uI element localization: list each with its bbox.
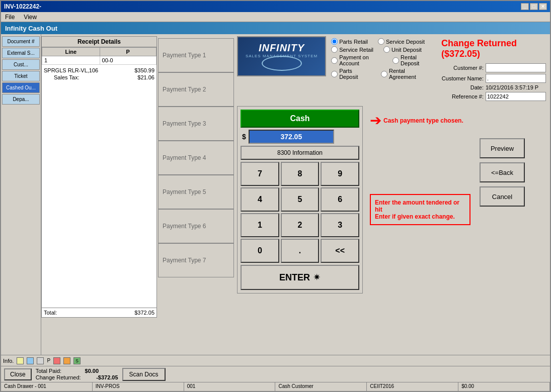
preview-button[interactable]: Preview [480,138,525,158]
radio-service-retail[interactable]: Service Retail [331,46,373,53]
logo-inner: INFINITY SALES MANAGEMENT SYSTEM [246,42,318,71]
radio-row-2: Service Retail Unit Deposit [331,46,431,53]
amount-input[interactable] [249,130,334,144]
num-backspace-btn[interactable]: << [321,239,359,263]
payment-type-1-btn[interactable]: Payment Type 1 [158,38,234,72]
cash-button[interactable]: Cash [241,110,359,128]
color-yellow [17,357,24,364]
num-dot-btn[interactable]: . [281,239,320,263]
total-paid-row: Total Paid: $0.00 [36,368,118,374]
radio-row-1: Parts Retail Service Deposit [331,38,431,45]
customer-number-input[interactable] [486,63,546,72]
enter-annotation-box: Enter the amount tendered or hit Enter i… [370,194,470,225]
num-5-btn[interactable]: 5 [281,187,320,212]
numpad-section: Cash $ 8300 Information 7 8 9 4 5 [237,106,548,293]
cash-annotation-area: ➔ Cash payment type chosen. [370,112,470,129]
logo-text: INFINITY [259,42,304,54]
customer-number-label: Customer #: [438,65,484,71]
menu-view[interactable]: View [22,14,39,21]
tax-amount: $21.06 [137,74,154,80]
color-orange [63,357,70,364]
status-customer: Cash Customer [275,382,367,391]
radio-parts-deposit[interactable]: Parts Deposit [331,68,371,80]
info-8300-button[interactable]: 8300 Information [241,146,359,160]
numpad: Cash $ 8300 Information 7 8 9 4 5 [237,106,363,293]
radio-rental-agreement[interactable]: Rental Agreement [381,68,431,80]
radio-service-deposit[interactable]: Service Deposit [378,38,425,45]
receipt-tax: Sales Tax: $21.06 [54,74,154,81]
tax-label: Sales Tax: [54,74,80,80]
customer-date-row: Date: 10/21/2016 3:57:19 P [438,84,546,90]
num-3-btn[interactable]: 3 [321,213,359,237]
item-desc: SPRGLS RLR-VL,106 [44,67,98,73]
payment-type-6-btn[interactable]: Payment Type 6 [158,209,234,243]
numpad-grid: 7 8 9 4 5 6 1 2 3 0 . << [241,162,359,263]
radio-parts-retail[interactable]: Parts Retail [331,38,368,45]
receipt-area: Receipt Details Line P 1 00-0 [41,36,157,318]
radio-row-4: Parts Deposit Rental Agreement [331,68,431,80]
customer-reference-row: Reference #: [438,92,546,101]
customer-reference-input[interactable] [486,92,546,101]
enter-button[interactable]: ENTER ✴ [241,265,359,290]
radio-payment-account[interactable]: Payment on Account [331,54,382,66]
change-returned-label: Change Returned ($372.05) [436,36,548,61]
minimize-btn[interactable]: _ [521,3,529,10]
change-returned-bottom-label: Change Returned: [36,374,81,380]
back-button[interactable]: <=Back [480,162,525,182]
payment-types-list: Payment Type 1 Payment Type 2 Payment Ty… [157,36,235,355]
sidebar-item-external[interactable]: External S... [2,48,40,58]
payment-type-2-btn[interactable]: Payment Type 2 [158,72,234,107]
receipt-total: Total: $372.05 [42,308,156,317]
customer-name-label: Customer Name: [438,75,484,81]
enter-annotation-text: Enter the amount tendered or hit [375,199,465,213]
total-label: Total: [44,310,57,316]
radio-rental-deposit[interactable]: Rental Deposit [392,54,431,66]
sidebar-item-ticket[interactable]: Ticket [2,71,40,81]
arrow-right-icon: ➔ [370,112,381,129]
close-button[interactable]: Close [4,368,32,380]
payment-type-5-btn[interactable]: Payment Type 5 [158,175,234,209]
sidebar-item-cashed-out[interactable]: Cashed Ou... [2,82,40,93]
customer-name-input[interactable] [486,74,546,83]
num-6-btn[interactable]: 6 [321,187,359,212]
color-gray [37,357,44,364]
cursor-icon: ✴ [313,272,321,283]
sidebar-item-document[interactable]: Document # [2,36,40,47]
sidebar-item-depa[interactable]: Depa... [2,94,40,105]
menu-file[interactable]: File [3,14,17,21]
table-row: 1 00-0 [42,56,156,65]
num-1-btn[interactable]: 1 [241,213,279,237]
app-title: Infinity Cash Out [5,25,57,32]
window-controls: _ □ ✕ [521,3,547,10]
row-line: 1 [42,56,100,65]
customer-date-label: Date: [438,84,484,90]
logo-oval [262,56,302,71]
right-action-buttons: Preview <=Back Cancel [478,136,527,293]
row-code: 00-0 [100,56,156,65]
num-9-btn[interactable]: 9 [321,162,359,186]
num-0-btn[interactable]: 0 [241,239,279,263]
amount-row: $ [241,130,359,144]
status-drawer: Cash Drawer - 001 [1,382,93,391]
maximize-btn[interactable]: □ [530,3,538,10]
num-2-btn[interactable]: 2 [281,213,320,237]
num-4-btn[interactable]: 4 [241,187,279,212]
scan-docs-button[interactable]: Scan Docs [122,368,166,381]
color-gray-label: P [47,358,50,363]
customer-number-row: Customer #: [438,63,546,72]
radio-unit-deposit[interactable]: Unit Deposit [383,46,422,53]
radio-area: Parts Retail Service Deposit Service Ret… [329,36,433,103]
num-8-btn[interactable]: 8 [281,162,320,186]
sidebar-item-customer[interactable]: Cust... [2,59,40,70]
enter-label: ENTER [279,272,310,283]
num-7-btn[interactable]: 7 [241,162,279,186]
color-blue [27,357,34,364]
payment-type-3-btn[interactable]: Payment Type 3 [158,107,234,141]
receipt-body: SPRGLS RLR-VL,106 $350.99 Sales Tax: $21… [42,65,156,308]
payment-type-7-btn[interactable]: Payment Type 7 [158,243,234,277]
sidebar: Document # External S... Cust... Ticket … [1,34,41,355]
status-001: 001 [184,382,276,391]
cancel-button[interactable]: Cancel [480,186,525,207]
close-btn-title[interactable]: ✕ [539,3,547,10]
payment-type-4-btn[interactable]: Payment Type 4 [158,141,234,175]
